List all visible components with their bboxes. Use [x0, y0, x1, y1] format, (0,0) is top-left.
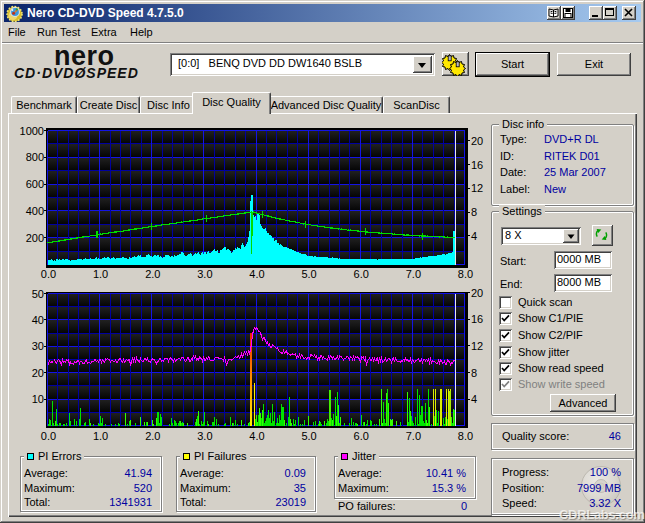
svg-text:20: 20: [32, 367, 44, 379]
svg-text:16: 16: [471, 313, 483, 325]
svg-text:8: 8: [471, 206, 477, 218]
svg-text:1000: 1000: [20, 125, 44, 137]
svg-text:16: 16: [471, 159, 483, 171]
svg-text:7.0: 7.0: [406, 430, 421, 442]
svg-text:50: 50: [32, 288, 44, 300]
svg-text:30: 30: [32, 340, 44, 352]
svg-text:600: 600: [26, 178, 44, 190]
svg-text:6.0: 6.0: [354, 430, 369, 442]
svg-text:3.0: 3.0: [197, 268, 212, 280]
svg-text:8.0: 8.0: [458, 430, 473, 442]
svg-text:6.0: 6.0: [354, 268, 369, 280]
svg-text:10: 10: [32, 393, 44, 405]
svg-text:20: 20: [471, 287, 483, 299]
svg-text:1.0: 1.0: [93, 430, 108, 442]
svg-text:8: 8: [471, 367, 477, 379]
svg-text:4.0: 4.0: [249, 268, 264, 280]
svg-text:0.0: 0.0: [41, 430, 56, 442]
svg-text:2.0: 2.0: [145, 430, 160, 442]
svg-text:800: 800: [26, 151, 44, 163]
svg-text:7.0: 7.0: [406, 268, 421, 280]
svg-text:4.0: 4.0: [249, 430, 264, 442]
svg-text:5.0: 5.0: [301, 268, 316, 280]
svg-text:12: 12: [471, 340, 483, 352]
svg-text:200: 200: [26, 232, 44, 244]
svg-text:4: 4: [471, 230, 477, 242]
svg-text:3.0: 3.0: [197, 430, 212, 442]
svg-text:0.0: 0.0: [41, 268, 56, 280]
svg-text:40: 40: [32, 314, 44, 326]
svg-text:8.0: 8.0: [458, 268, 473, 280]
svg-text:5.0: 5.0: [301, 430, 316, 442]
svg-text:4: 4: [471, 393, 477, 405]
svg-text:20: 20: [471, 135, 483, 147]
svg-text:12: 12: [471, 182, 483, 194]
svg-text:1.0: 1.0: [93, 268, 108, 280]
svg-text:2.0: 2.0: [145, 268, 160, 280]
svg-text:400: 400: [26, 205, 44, 217]
